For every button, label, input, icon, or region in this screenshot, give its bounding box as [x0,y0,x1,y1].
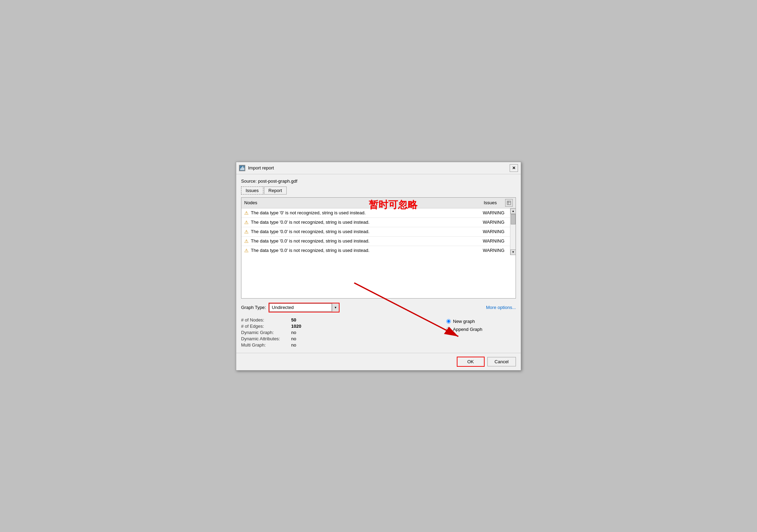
scroll-up-button[interactable]: ▲ [510,208,516,214]
stat-edges-value: 1020 [291,324,301,329]
warning-icon: ⚠ [244,220,249,225]
issue-message: The data type '0.0' is not recognized, s… [251,220,481,225]
table-rows: ⚠ The data type '0' is not recognized, s… [241,208,510,255]
radio-append-graph-input[interactable] [446,327,451,332]
stat-dynamic-attr-label: Dynamic Attributes: [241,336,290,341]
issue-type: WARNING [483,210,504,215]
svg-rect-2 [241,167,242,170]
table-row: ⚠ The data type '0.0' is not recognized,… [241,246,510,255]
stat-dynamic-graph-row: Dynamic Graph: no [241,330,441,335]
svg-rect-3 [242,166,243,170]
dialog-footer: OK Cancel [236,353,521,370]
scroll-track[interactable] [510,214,516,249]
source-file: post-post-graph.gdf [258,178,297,184]
issue-type: WARNING [483,229,504,234]
annotation-text: 暂时可忽略 [369,198,417,212]
stat-nodes-label: # of Nodes: [241,317,290,323]
import-report-dialog: Import report ✕ Source: post-post-graph.… [236,162,521,371]
ok-button[interactable]: OK [457,357,485,367]
stat-dynamic-attr-value: no [291,336,296,341]
svg-rect-5 [507,201,511,205]
table-header: Nodes 暂时可忽略 Issues [241,198,516,208]
dialog-title: Import report [248,165,507,170]
col-nodes-header: Nodes [244,200,484,205]
radio-new-graph-label: New graph [453,319,475,324]
svg-rect-1 [240,168,241,170]
stat-multi-graph-row: Multi Graph: no [241,342,441,348]
issue-message: The data type '0.0' is not recognized, s… [251,238,481,244]
col-issues-header: Issues [484,200,497,205]
warning-icon: ⚠ [244,238,249,244]
stat-nodes-row: # of Nodes: 50 [241,317,441,323]
stats-section: # of Nodes: 50 # of Edges: 1020 Dynamic … [241,317,441,349]
stat-multi-graph-label: Multi Graph: [241,342,290,348]
radio-append-graph-label: Append Graph [453,327,483,332]
source-label: Source: [241,178,257,184]
issues-table: Nodes 暂时可忽略 Issues ⚠ The data type ' [241,197,516,299]
stat-dynamic-attr-row: Dynamic Attributes: no [241,336,441,341]
radio-section: New graph Append Graph [446,317,516,349]
cancel-button[interactable]: Cancel [487,357,516,366]
radio-new-graph[interactable]: New graph [446,319,475,324]
tabs-bar: Issues Report [241,186,516,194]
stat-nodes-value: 50 [291,317,296,323]
issue-type: WARNING [483,248,504,253]
app-icon [239,165,245,171]
graph-type-select-wrapper: Undirected Directed Mixed ▾ [269,303,340,312]
issue-message: The data type '0.0' is not recognized, s… [251,229,481,234]
more-options-link[interactable]: More options... [486,305,516,310]
source-line: Source: post-post-graph.gdf [241,178,516,184]
dropdown-arrow-icon[interactable]: ▾ [332,303,339,312]
graph-type-label: Graph Type: [241,305,266,310]
close-button[interactable]: ✕ [510,164,518,172]
issue-type: WARNING [483,238,504,244]
stat-dynamic-graph-label: Dynamic Graph: [241,330,290,335]
bottom-section: # of Nodes: 50 # of Edges: 1020 Dynamic … [241,317,516,349]
table-row: ⚠ The data type '0.0' is not recognized,… [241,237,510,246]
stat-multi-graph-value: no [291,342,296,348]
table-options-button[interactable] [505,199,513,207]
stat-edges-label: # of Edges: [241,324,290,329]
graph-type-row: Graph Type: Undirected Directed Mixed ▾ … [241,303,516,312]
tab-report[interactable]: Report [264,186,287,194]
table-row: ⚠ The data type '0.0' is not recognized,… [241,218,510,227]
issue-message: The data type '0' is not recognized, str… [251,210,481,215]
warning-icon: ⚠ [244,248,249,253]
warning-icon: ⚠ [244,210,249,216]
radio-new-graph-input[interactable] [446,319,451,324]
vertical-scrollbar[interactable]: ▲ ▼ [510,208,516,255]
issue-type: WARNING [483,220,504,225]
table-row: ⚠ The data type '0.0' is not recognized,… [241,227,510,237]
tab-issues[interactable]: Issues [241,186,263,194]
stat-dynamic-graph-value: no [291,330,296,335]
table-content: ⚠ The data type '0' is not recognized, s… [241,208,516,255]
graph-type-select[interactable]: Undirected Directed Mixed [269,303,332,311]
scroll-thumb[interactable] [511,214,516,224]
stat-edges-row: # of Edges: 1020 [241,324,441,329]
issue-message: The data type '0.0' is not recognized, s… [251,248,481,253]
scroll-down-button[interactable]: ▼ [510,249,516,255]
radio-append-graph[interactable]: Append Graph [446,327,483,332]
svg-rect-4 [244,168,244,170]
warning-icon: ⚠ [244,229,249,235]
dialog-body: Source: post-post-graph.gdf Issues Repor… [236,174,521,353]
title-bar: Import report ✕ [236,162,521,174]
